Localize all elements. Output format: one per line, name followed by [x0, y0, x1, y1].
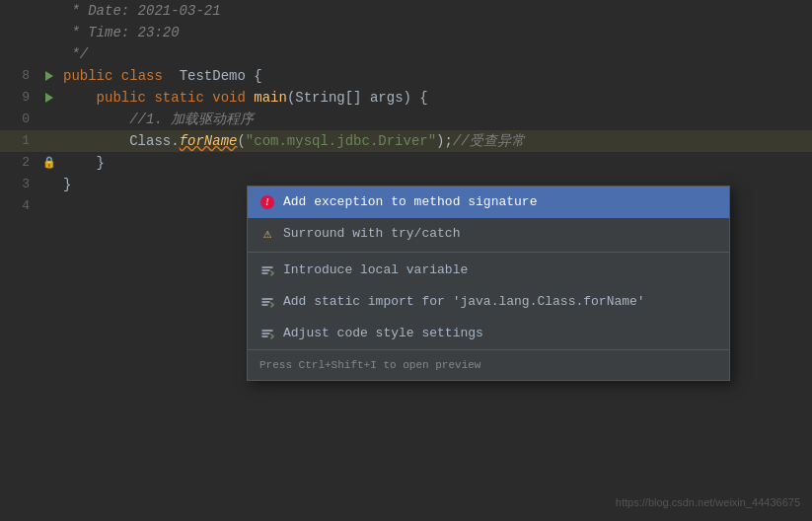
line-gutter-8: [39, 71, 59, 81]
quickfix-item-adjust-code-style[interactable]: Adjust code style settings: [248, 318, 729, 349]
line-9: 9 public static void main(String[] args)…: [0, 87, 812, 109]
quickfix-footer-text: Press Ctrl+Shift+I to open preview: [259, 359, 480, 371]
warning-icon: ⚠: [259, 226, 275, 242]
line-10: 0 //1. 加载驱动程序: [0, 109, 812, 130]
quickfix-label-surround: Surround with try/catch: [283, 223, 460, 245]
line-date: * Date: 2021-03-21: [0, 0, 812, 22]
refactor-icon-3: [259, 326, 275, 341]
quickfix-divider-1: [248, 252, 729, 253]
line-num-14: 4: [0, 195, 39, 217]
line-num-8: 8: [0, 65, 39, 87]
line-num-13: 3: [0, 174, 39, 195]
line-num-9: 9: [0, 87, 39, 109]
run-arrow-icon[interactable]: [45, 93, 53, 103]
quickfix-label-static-import: Add static import for 'java.lang.Class.f…: [283, 291, 645, 313]
line-content-10: //1. 加载驱动程序: [59, 109, 812, 130]
line-content-11: Class.forName("com.mysql.jdbc.Driver");/…: [59, 130, 812, 152]
line-gutter-12: 🔒: [39, 152, 59, 174]
quickfix-item-surround-trycatch[interactable]: ⚠ Surround with try/catch: [248, 218, 729, 250]
quickfix-item-add-static-import[interactable]: Add static import for 'java.lang.Class.f…: [248, 286, 729, 318]
line-gutter-9: [39, 93, 59, 103]
line-12: 2 🔒 }: [0, 152, 812, 174]
line-8: 8 public class TestDemo {: [0, 65, 812, 87]
error-icon: !: [259, 194, 275, 210]
line-content: * Time: 23:20: [59, 22, 812, 43]
quickfix-footer: Press Ctrl+Shift+I to open preview: [248, 349, 729, 380]
quickfix-popup: ! Add exception to method signature ⚠ Su…: [247, 186, 730, 381]
line-num-10: 0: [0, 109, 39, 130]
watermark-text: https://blog.csdn.net/weixin_44436675: [616, 496, 800, 508]
line-num-12: 2: [0, 152, 39, 174]
quickfix-label-introduce: Introduce local variable: [283, 260, 468, 281]
line-content-8: public class TestDemo {: [59, 65, 812, 87]
refactor-icon-1: [259, 262, 275, 278]
quickfix-label-code-style: Adjust code style settings: [283, 323, 483, 344]
line-11: 1 Class.forName("com.mysql.jdbc.Driver")…: [0, 130, 812, 152]
line-comment-end: */: [0, 43, 812, 65]
line-content-12: }: [59, 152, 812, 174]
lock-icon: 🔒: [42, 152, 56, 174]
line-time: * Time: 23:20: [0, 22, 812, 43]
line-content-9: public static void main(String[] args) {: [59, 87, 812, 109]
quickfix-item-add-exception[interactable]: ! Add exception to method signature: [248, 186, 729, 218]
line-content: * Date: 2021-03-21: [59, 0, 812, 22]
watermark: https://blog.csdn.net/weixin_44436675: [616, 491, 800, 513]
refactor-icon-2: [259, 294, 275, 310]
quickfix-item-introduce-variable[interactable]: Introduce local variable: [248, 255, 729, 286]
code-editor: * Date: 2021-03-21 * Time: 23:20 */ 8 pu…: [0, 0, 812, 521]
run-arrow-icon[interactable]: [45, 71, 53, 81]
quickfix-label-add-exception: Add exception to method signature: [283, 191, 537, 213]
line-num-11: 1: [0, 130, 39, 152]
line-content: */: [59, 43, 812, 65]
